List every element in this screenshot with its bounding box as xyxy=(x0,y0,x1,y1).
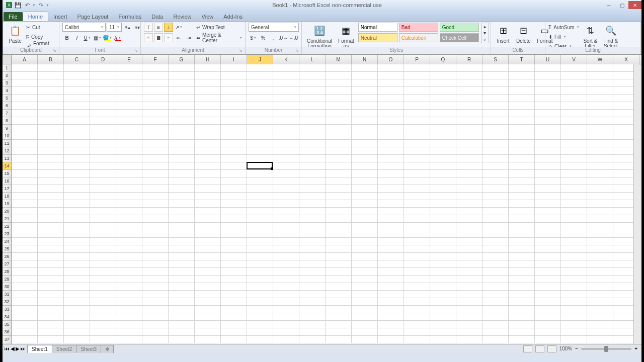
insert-cells-button[interactable]: ⊞Insert xyxy=(494,23,512,45)
cell[interactable] xyxy=(587,298,613,306)
cell[interactable] xyxy=(352,79,378,87)
cell[interactable] xyxy=(404,298,430,306)
cell[interactable] xyxy=(64,306,90,313)
tab-formulas[interactable]: Formulas xyxy=(113,12,146,21)
cell[interactable] xyxy=(64,155,90,162)
cell[interactable] xyxy=(247,208,273,215)
cell[interactable] xyxy=(352,245,378,253)
cell[interactable] xyxy=(456,298,482,306)
cell[interactable] xyxy=(247,328,273,336)
sheet-nav-prev[interactable]: ◀ xyxy=(11,346,15,351)
row-header-4[interactable]: 4 xyxy=(3,87,11,95)
cell[interactable] xyxy=(299,125,326,132)
cell[interactable] xyxy=(326,306,352,313)
cell[interactable] xyxy=(38,238,64,245)
col-header-S[interactable]: S xyxy=(482,55,509,64)
cell[interactable] xyxy=(509,140,535,147)
cell[interactable] xyxy=(142,64,169,72)
cell[interactable] xyxy=(561,132,587,140)
cell[interactable] xyxy=(195,336,221,343)
cell[interactable] xyxy=(482,313,509,321)
cell[interactable] xyxy=(221,313,247,321)
cell[interactable] xyxy=(587,245,613,253)
bold-button[interactable]: B xyxy=(62,33,71,42)
cell[interactable] xyxy=(221,260,247,268)
cell[interactable] xyxy=(352,215,378,223)
col-header-C[interactable]: C xyxy=(64,55,90,64)
cell[interactable] xyxy=(587,223,613,230)
cell[interactable] xyxy=(195,268,221,276)
cell[interactable] xyxy=(142,79,169,87)
cell[interactable] xyxy=(404,223,430,230)
col-header-T[interactable]: T xyxy=(509,55,535,64)
cell[interactable] xyxy=(142,162,169,170)
cell[interactable] xyxy=(38,140,64,147)
cell[interactable] xyxy=(352,321,378,328)
cell[interactable] xyxy=(509,177,535,185)
cell[interactable] xyxy=(116,245,142,253)
cell[interactable] xyxy=(12,238,38,245)
cell[interactable] xyxy=(482,291,509,298)
cell[interactable] xyxy=(378,72,404,79)
row-header-21[interactable]: 21 xyxy=(3,215,11,223)
cell[interactable] xyxy=(12,200,38,208)
cell[interactable] xyxy=(587,253,613,260)
cell[interactable] xyxy=(587,268,613,276)
cell[interactable] xyxy=(587,87,613,95)
cell[interactable] xyxy=(195,313,221,321)
zoom-level[interactable]: 100% xyxy=(559,346,573,351)
cell[interactable] xyxy=(38,268,64,276)
cell[interactable] xyxy=(326,177,352,185)
cell[interactable] xyxy=(64,87,90,95)
cell[interactable] xyxy=(326,276,352,283)
conditional-formatting-button[interactable]: 🔢 Conditional Formatting xyxy=(305,23,334,50)
cell[interactable] xyxy=(509,321,535,328)
cell[interactable] xyxy=(142,313,169,321)
cell[interactable] xyxy=(116,72,142,79)
cell[interactable] xyxy=(169,155,195,162)
cell[interactable] xyxy=(404,79,430,87)
italic-button[interactable]: I xyxy=(72,33,82,42)
cell[interactable] xyxy=(404,328,430,336)
cell[interactable] xyxy=(38,185,64,193)
cell[interactable] xyxy=(195,132,221,140)
cell[interactable] xyxy=(456,185,482,193)
col-header-E[interactable]: E xyxy=(116,55,142,64)
cell[interactable] xyxy=(64,223,90,230)
cell[interactable] xyxy=(352,170,378,177)
cell[interactable] xyxy=(352,230,378,238)
cell[interactable] xyxy=(535,253,561,260)
cell[interactable] xyxy=(221,125,247,132)
cell[interactable] xyxy=(90,155,116,162)
cell[interactable] xyxy=(535,208,561,215)
cell[interactable] xyxy=(38,125,64,132)
cell[interactable] xyxy=(169,238,195,245)
cell[interactable] xyxy=(509,208,535,215)
cell[interactable] xyxy=(221,306,247,313)
cell[interactable] xyxy=(326,140,352,147)
cell[interactable] xyxy=(561,268,587,276)
cell[interactable] xyxy=(247,79,273,87)
cell[interactable] xyxy=(299,72,326,79)
cell[interactable] xyxy=(456,125,482,132)
cell[interactable] xyxy=(299,230,326,238)
cell[interactable] xyxy=(326,147,352,155)
styles-more[interactable]: ▿ xyxy=(481,36,489,43)
cell[interactable] xyxy=(116,79,142,87)
cell[interactable] xyxy=(299,95,326,102)
cell[interactable] xyxy=(535,230,561,238)
cell[interactable] xyxy=(430,245,456,253)
cell[interactable] xyxy=(561,155,587,162)
cell[interactable] xyxy=(38,291,64,298)
cell[interactable] xyxy=(64,238,90,245)
cell[interactable] xyxy=(64,321,90,328)
cell[interactable] xyxy=(378,170,404,177)
cell[interactable] xyxy=(90,223,116,230)
cell[interactable] xyxy=(326,283,352,291)
delete-cells-button[interactable]: ⊟Delete xyxy=(514,23,533,45)
cell[interactable] xyxy=(482,238,509,245)
cell[interactable] xyxy=(352,140,378,147)
cell[interactable] xyxy=(404,140,430,147)
cell[interactable] xyxy=(352,185,378,193)
row-header-23[interactable]: 23 xyxy=(3,230,11,238)
